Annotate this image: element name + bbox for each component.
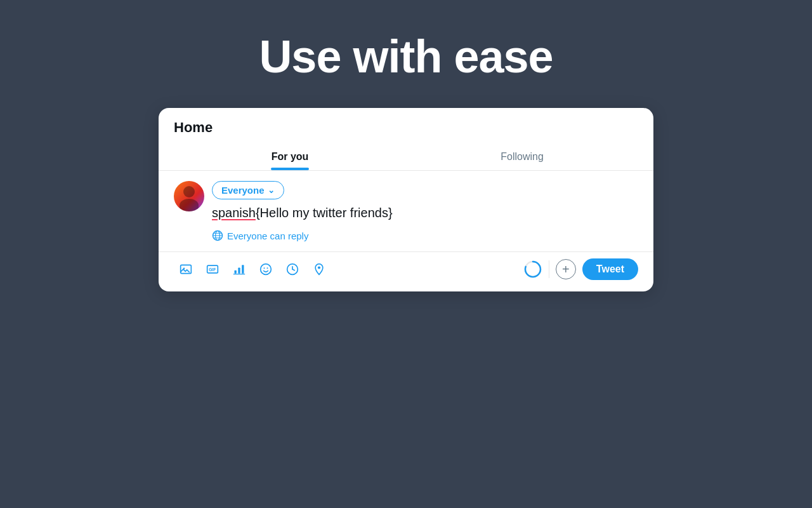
gif-icon: GIF: [206, 263, 219, 276]
toolbar-right: + Tweet: [523, 258, 638, 280]
schedule-icon-button[interactable]: [280, 257, 304, 281]
poll-icon-button[interactable]: [227, 257, 251, 281]
svg-point-19: [318, 266, 320, 269]
tabs-row: For you Following: [174, 144, 638, 170]
everyone-can-reply: Everyone can reply: [212, 230, 638, 241]
avatar: [174, 181, 204, 211]
toolbar-icons: GIF: [174, 257, 523, 281]
plus-icon: +: [562, 262, 570, 277]
tab-following[interactable]: Following: [406, 144, 638, 170]
schedule-icon: [286, 263, 299, 276]
toolbar-row: GIF: [159, 251, 653, 291]
tweet-text-rest: {Hello my twitter friends}: [256, 206, 393, 220]
chevron-down-icon: ⌄: [268, 185, 275, 195]
location-icon-button[interactable]: [307, 257, 331, 281]
compose-area: Everyone ⌄ spanish{Hello my twitter frie…: [159, 171, 653, 249]
tweet-button[interactable]: Tweet: [582, 258, 638, 280]
card-title: Home: [174, 119, 638, 136]
image-icon: [180, 263, 192, 276]
add-thread-button[interactable]: +: [556, 259, 576, 279]
compose-right: Everyone ⌄ spanish{Hello my twitter frie…: [212, 181, 638, 249]
svg-rect-11: [242, 265, 244, 273]
toolbar-divider: [549, 260, 549, 278]
poll-icon: [233, 263, 246, 276]
page-heading: Use with ease: [259, 30, 553, 83]
tab-for-you[interactable]: For you: [174, 144, 406, 170]
gif-icon-button[interactable]: GIF: [200, 257, 225, 281]
avatar-image: [174, 181, 204, 211]
image-icon-button[interactable]: [174, 257, 198, 281]
tweet-text-area: spanish{Hello my twitter friends}: [212, 206, 638, 225]
emoji-icon-button[interactable]: [254, 257, 278, 281]
svg-point-15: [267, 267, 268, 269]
everyone-label: Everyone: [221, 185, 265, 196]
twitter-compose-card: Home For you Following Everyone ⌄ spanis…: [159, 108, 653, 291]
svg-point-13: [261, 264, 272, 275]
svg-point-14: [264, 267, 265, 269]
emoji-icon: [259, 263, 272, 276]
everyone-can-reply-label: Everyone can reply: [227, 231, 308, 241]
card-header: Home For you Following: [159, 108, 653, 171]
svg-rect-10: [238, 268, 240, 274]
svg-text:GIF: GIF: [209, 267, 216, 272]
globe-icon: [212, 230, 223, 241]
tweet-text-underlined: spanish: [212, 206, 256, 220]
svg-line-18: [292, 269, 294, 271]
svg-rect-9: [235, 271, 237, 274]
character-count-circle: [523, 260, 542, 279]
everyone-audience-button[interactable]: Everyone ⌄: [212, 181, 284, 199]
location-icon: [313, 263, 325, 276]
